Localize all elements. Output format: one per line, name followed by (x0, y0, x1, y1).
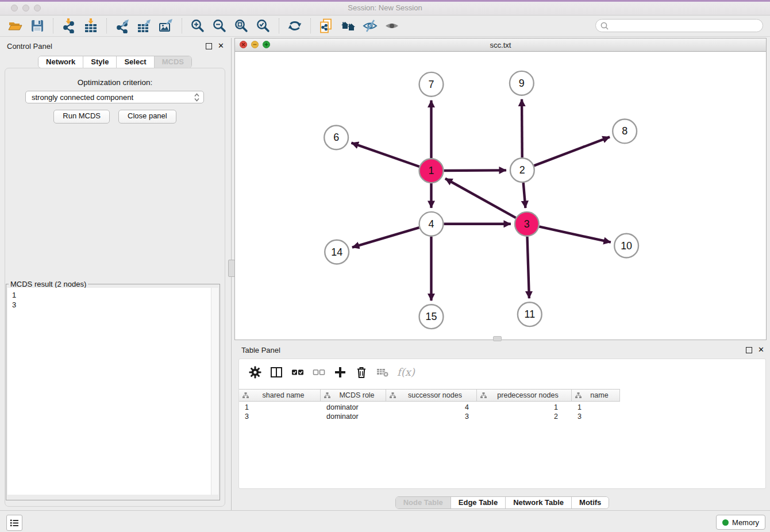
import-table-button[interactable] (82, 17, 100, 34)
table-settings-gear-icon[interactable] (248, 365, 262, 379)
search-icon (600, 21, 609, 30)
node-label-14: 14 (331, 246, 342, 258)
cell-shared-name[interactable]: 3 (239, 413, 321, 421)
edge-3-1[interactable] (445, 179, 516, 218)
cell-name[interactable]: 3 (572, 413, 620, 421)
show-view-button[interactable] (383, 17, 401, 34)
node-label-3: 3 (524, 218, 530, 230)
toolbar-separator (279, 18, 279, 33)
memory-label: Memory (732, 518, 759, 527)
edge-3-10[interactable] (539, 226, 611, 242)
cell-MCDS-role[interactable]: dominator (321, 413, 386, 421)
table-panel-close-icon[interactable]: ✕ (758, 347, 764, 353)
tab-edge-table[interactable]: Edge Table (451, 497, 505, 508)
stepper-arrows-icon (194, 92, 200, 102)
column-header-name[interactable]: name (572, 390, 620, 401)
mcds-result-area[interactable]: 13 (7, 288, 218, 495)
memory-button[interactable]: Memory (716, 515, 765, 530)
deselect-all-icon[interactable] (312, 365, 326, 379)
node-table-body: 1dominator4113dominator323 (239, 403, 620, 421)
tab-network-table[interactable]: Network Table (505, 497, 571, 508)
show-networks-home-button[interactable] (339, 17, 357, 34)
node-table-header: shared nameMCDS rolesuccessor nodesprede… (239, 389, 620, 402)
tab-style[interactable]: Style (83, 56, 116, 68)
frame-zoom-icon[interactable] (263, 41, 270, 48)
function-builder-icon[interactable]: f(x) (397, 366, 415, 378)
main-toolbar (0, 16, 770, 37)
column-header-successor-nodes[interactable]: successor nodes (386, 390, 477, 401)
refresh-view-button[interactable] (286, 17, 304, 34)
cell-name[interactable]: 1 (572, 403, 620, 411)
edge-3-11[interactable] (528, 237, 529, 299)
close-panel-button[interactable]: Close panel (118, 110, 176, 124)
zoom-in-button[interactable] (188, 17, 207, 34)
criterion-dropdown[interactable]: strongly connected component (25, 91, 204, 103)
table-toolbar: f(x) (239, 359, 765, 380)
delete-column-trash-icon[interactable] (355, 365, 368, 379)
control-panel-close-icon[interactable]: ✕ (218, 43, 224, 49)
cell-predecessor-nodes[interactable]: 1 (477, 403, 572, 411)
cell-successor-nodes[interactable]: 3 (386, 413, 477, 421)
delete-table-icon[interactable] (376, 365, 390, 379)
mcds-result-lines: 13 (7, 288, 218, 313)
task-history-button[interactable] (6, 515, 22, 531)
edge-2-8[interactable] (534, 137, 610, 165)
export-table-button[interactable] (135, 17, 153, 34)
column-header-MCDS-role[interactable]: MCDS role (321, 390, 386, 401)
zoom-out-button[interactable] (210, 17, 229, 34)
cell-successor-nodes[interactable]: 4 (386, 403, 477, 411)
cell-shared-name[interactable]: 1 (239, 403, 321, 411)
tab-node-table[interactable]: Node Table (396, 497, 451, 508)
clone-network-button[interactable] (317, 17, 336, 34)
search-input[interactable] (611, 21, 763, 30)
table-row[interactable]: 1dominator411 (239, 403, 620, 412)
tab-mcds[interactable]: MCDS (154, 56, 191, 68)
edge-1-2[interactable] (444, 170, 506, 171)
edge-4-14[interactable] (352, 228, 419, 248)
run-mcds-button[interactable]: Run MCDS (53, 110, 110, 124)
horizontal-splitter-handle[interactable] (493, 336, 502, 341)
column-header-predecessor-nodes[interactable]: predecessor nodes (477, 390, 572, 401)
control-panel-title: Control Panel (7, 42, 206, 51)
export-image-button[interactable] (157, 17, 175, 34)
node-label-6: 6 (333, 132, 339, 143)
result-scrollbar[interactable] (211, 288, 218, 495)
cell-MCDS-role[interactable]: dominator (321, 403, 386, 411)
control-panel-header: Control Panel ✕ (7, 40, 224, 52)
network-frame-titlebar[interactable]: scc.txt (235, 38, 766, 52)
cell-predecessor-nodes[interactable]: 2 (477, 413, 572, 421)
optimization-criterion-label: Optimization criterion: (0, 78, 230, 87)
column-header-shared-name[interactable]: shared name (239, 390, 321, 401)
table-row[interactable]: 3dominator323 (239, 412, 620, 421)
toolbar-separator (53, 18, 53, 33)
control-panel-float-icon[interactable] (206, 43, 212, 49)
edge-2-3[interactable] (523, 183, 526, 208)
frame-close-icon[interactable] (240, 41, 247, 48)
panel-columns-icon[interactable] (270, 365, 283, 379)
hide-style-button[interactable] (361, 17, 379, 34)
import-network-button[interactable] (60, 17, 78, 34)
select-all-icon[interactable] (291, 365, 305, 379)
node-label-15: 15 (426, 311, 437, 322)
network-canvas[interactable]: 7968124314101511 (235, 52, 766, 340)
mcds-buttons-row: Run MCDS Close panel (0, 110, 230, 124)
zoom-fit-icon (234, 18, 249, 33)
table-panel-float-icon[interactable] (746, 347, 752, 353)
tree-sort-icon (324, 392, 330, 399)
tab-network[interactable]: Network (38, 56, 83, 68)
edge-2-9[interactable] (522, 99, 522, 158)
eye-icon (384, 18, 399, 33)
tab-motifs[interactable]: Motifs (571, 497, 609, 508)
export-network-button[interactable] (113, 17, 132, 34)
save-session-button[interactable] (28, 17, 47, 34)
zoom-selected-button[interactable] (254, 17, 272, 34)
edge-1-6[interactable] (351, 143, 419, 167)
frame-minimize-icon[interactable] (251, 41, 259, 48)
search-box[interactable] (595, 19, 763, 32)
open-file-button[interactable] (6, 17, 25, 34)
node-label-10: 10 (621, 240, 632, 252)
add-column-icon[interactable] (333, 365, 347, 379)
zoom-fit-button[interactable] (232, 17, 251, 34)
tab-select[interactable]: Select (116, 56, 153, 68)
node-label-8: 8 (622, 125, 627, 137)
